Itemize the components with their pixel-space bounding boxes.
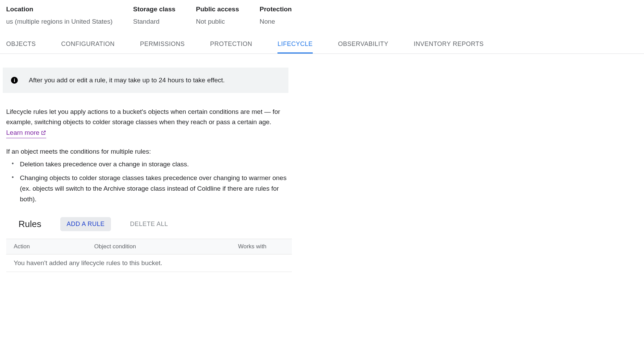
summary-value: Standard: [133, 18, 175, 25]
summary-protection: Protection None: [260, 5, 292, 25]
lifecycle-description: Lifecycle rules let you apply actions to…: [3, 107, 288, 138]
bucket-summary-header: Location us (multiple regions in United …: [0, 0, 644, 36]
description-paragraph: Lifecycle rules let you apply actions to…: [6, 107, 288, 138]
col-header-condition: Object condition: [94, 243, 238, 250]
precedence-block: If an object meets the conditions for mu…: [3, 148, 288, 204]
col-header-action: Action: [14, 243, 94, 250]
summary-public-access: Public access Not public: [196, 5, 239, 25]
summary-value: us (multiple regions in United States): [6, 18, 112, 25]
rules-header: Rules ADD A RULE DELETE ALL: [3, 217, 288, 231]
rules-table: Action Object condition Works with You h…: [6, 239, 292, 272]
info-banner-text: After you add or edit a rule, it may tak…: [29, 76, 225, 84]
tab-inventory-reports[interactable]: INVENTORY REPORTS: [414, 36, 484, 54]
summary-value: Not public: [196, 18, 239, 25]
summary-label: Public access: [196, 5, 239, 13]
tab-permissions[interactable]: PERMISSIONS: [140, 36, 185, 54]
tab-observability[interactable]: OBSERVABILITY: [338, 36, 388, 54]
info-icon: i: [11, 77, 18, 84]
summary-label: Location: [6, 5, 112, 13]
precedence-item-deletion: Deletion takes precedence over a change …: [10, 159, 288, 169]
lifecycle-content: i After you add or edit a rule, it may t…: [0, 54, 295, 272]
summary-label: Storage class: [133, 5, 175, 13]
summary-storage-class: Storage class Standard: [133, 5, 175, 25]
summary-location: Location us (multiple regions in United …: [6, 5, 112, 25]
tab-objects[interactable]: OBJECTS: [6, 36, 36, 54]
summary-value: None: [260, 18, 292, 25]
learn-more-text: Learn more: [6, 128, 39, 138]
learn-more-link[interactable]: Learn more: [6, 128, 46, 138]
tab-lifecycle[interactable]: LIFECYCLE: [277, 36, 313, 54]
col-header-works-with: Works with: [238, 243, 284, 250]
tab-configuration[interactable]: CONFIGURATION: [61, 36, 115, 54]
tab-protection[interactable]: PROTECTION: [210, 36, 252, 54]
external-link-icon: [41, 130, 46, 135]
summary-label: Protection: [260, 5, 292, 13]
precedence-list: Deletion takes precedence over a change …: [6, 159, 288, 204]
rules-title: Rules: [18, 219, 41, 229]
rules-empty-message: You haven't added any lifecycle rules to…: [6, 254, 292, 272]
precedence-item-colder: Changing objects to colder storage class…: [10, 173, 288, 205]
delete-all-button[interactable]: DELETE ALL: [130, 221, 168, 228]
precedence-intro: If an object meets the conditions for mu…: [6, 148, 288, 155]
tab-bar: OBJECTS CONFIGURATION PERMISSIONS PROTEC…: [0, 36, 644, 54]
rules-table-header: Action Object condition Works with: [6, 239, 292, 254]
info-banner: i After you add or edit a rule, it may t…: [3, 68, 288, 93]
add-rule-button[interactable]: ADD A RULE: [60, 217, 111, 231]
description-text: Lifecycle rules let you apply actions to…: [6, 108, 280, 126]
